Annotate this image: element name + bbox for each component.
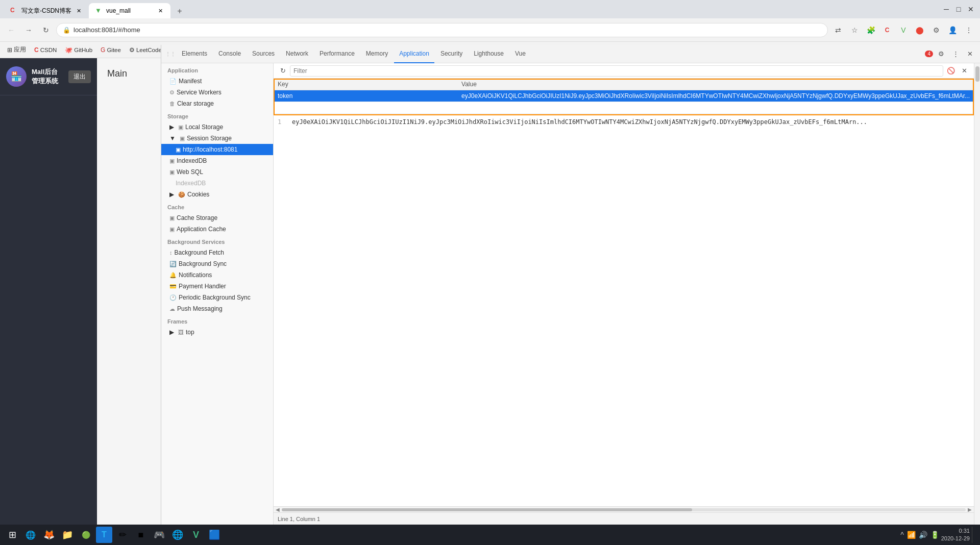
maximize-button[interactable]: □: [953, 4, 964, 14]
background-fetch-item[interactable]: ↕ Background Fetch: [161, 247, 273, 258]
devtools-tab-sources[interactable]: Sources: [247, 45, 280, 63]
taskbar-black-icon[interactable]: ■: [133, 527, 149, 543]
frames-top-label: top: [186, 329, 194, 336]
logout-button[interactable]: 退出: [68, 70, 91, 83]
devtools-tab-network[interactable]: Network: [281, 45, 313, 63]
horizontal-scrollbar[interactable]: ◀ ▶: [274, 506, 974, 512]
manifest-item[interactable]: 📄 Manifest: [161, 76, 273, 87]
bookmark-github[interactable]: 🐙 GitHub: [62, 45, 95, 55]
indexeddb-item[interactable]: ▣ IndexedDB: [161, 155, 273, 166]
session-storage-localhost-item[interactable]: ▣ http://localhost:8081: [161, 144, 273, 155]
scroll-left-arrow[interactable]: ◀: [276, 507, 280, 512]
clock-time: 0:31: [941, 527, 970, 535]
taskbar-pen-icon[interactable]: ✏: [114, 527, 131, 543]
csdn-label: CSDN: [40, 47, 57, 53]
devtools-status-bar: Line 1, Column 1: [274, 512, 974, 525]
frames-top-item[interactable]: ▶ 🖼 top: [161, 327, 273, 338]
reload-button[interactable]: ↻: [39, 23, 53, 37]
devtools-close-btn[interactable]: ✕: [964, 48, 976, 60]
taskbar-clock[interactable]: 0:31 2020-12-29: [941, 527, 970, 543]
taskbar-globe-icon[interactable]: 🌐: [169, 527, 186, 543]
leetcode-label: LeetCode: [136, 47, 162, 53]
translate-icon[interactable]: ⇄: [831, 23, 845, 37]
session-storage-label: Session Storage: [187, 135, 232, 142]
scroll-right-arrow[interactable]: ▶: [968, 507, 972, 512]
taskbar-text-icon[interactable]: T: [96, 527, 112, 543]
frames-top-icon: 🖼: [178, 329, 184, 335]
chrome-icon[interactable]: ⬤: [913, 23, 927, 37]
table-top-section: Key Value token eyJ0eXAiOiJKV1QiLCJhbGci…: [274, 79, 974, 114]
minimize-button[interactable]: ─: [941, 4, 951, 14]
avatar-icon[interactable]: 👤: [945, 23, 960, 37]
tray-sound-icon[interactable]: 🔊: [919, 531, 927, 539]
taskbar-green-icon[interactable]: 🟢: [78, 527, 94, 543]
cache-storage-item[interactable]: ▣ Cache Storage: [161, 212, 273, 224]
filter-clear-icon[interactable]: 🚫: [945, 65, 957, 77]
taskbar-corner[interactable]: [972, 527, 976, 543]
tab-vue-mall[interactable]: ▼ vue_mall ✕: [89, 3, 170, 18]
taskbar-fox-icon[interactable]: 🦊: [41, 527, 57, 543]
address-bar[interactable]: 🔒 localhost:8081/#/home: [56, 23, 828, 37]
bookmark-leetcode[interactable]: ⚙ LeetCode: [126, 45, 165, 55]
taskbar-blue-icon[interactable]: 🟦: [206, 527, 223, 543]
bookmark-gitee[interactable]: G Gitee: [97, 45, 124, 55]
devtools-tab-lighthouse[interactable]: Lighthouse: [469, 45, 509, 63]
devtools-tab-console[interactable]: Console: [213, 45, 246, 63]
start-button[interactable]: ⊞: [4, 527, 20, 543]
tray-battery-icon[interactable]: 🔋: [930, 531, 939, 539]
devtools-tab-application[interactable]: Application: [394, 45, 434, 63]
indexeddb-child-item[interactable]: IndexedDB: [161, 178, 273, 189]
application-cache-item[interactable]: ▣ Application Cache: [161, 224, 273, 235]
taskbar-game-icon[interactable]: 🎮: [151, 527, 167, 543]
devtools-drag-handle[interactable]: ⋮⋮: [165, 49, 176, 59]
csdn-ext-icon[interactable]: C: [880, 23, 894, 37]
tab-vue-close[interactable]: ✕: [156, 7, 164, 15]
notifications-item[interactable]: 🔔 Notifications: [161, 269, 273, 281]
session-storage-item[interactable]: ▼ ▣ Session Storage: [161, 133, 273, 144]
close-button[interactable]: ✕: [966, 4, 976, 14]
tab-csdn-close[interactable]: ✕: [75, 7, 83, 15]
devtools-tab-performance[interactable]: Performance: [314, 45, 360, 63]
vue-ext-icon[interactable]: V: [896, 23, 911, 37]
background-sync-item[interactable]: 🔄 Background Sync: [161, 258, 273, 269]
web-sql-item[interactable]: ▣ Web SQL: [161, 166, 273, 178]
bookmark-apps[interactable]: ⊞ 应用: [4, 45, 29, 55]
devtools-tab-memory[interactable]: Memory: [361, 45, 393, 63]
settings-icon[interactable]: ⚙: [929, 23, 943, 37]
bookmark-csdn[interactable]: C CSDN: [31, 45, 60, 55]
taskbar-v-icon[interactable]: V: [188, 527, 204, 543]
filter-input[interactable]: [290, 65, 943, 77]
service-workers-item[interactable]: ⚙ Service Workers: [161, 87, 273, 98]
devtools-more-btn[interactable]: ⋮: [949, 48, 962, 60]
cookies-label: Cookies: [187, 191, 209, 198]
extensions-icon[interactable]: 🧩: [864, 23, 878, 37]
devtools-settings-btn[interactable]: ⚙: [935, 48, 947, 60]
taskbar-folder-icon[interactable]: 📁: [59, 527, 76, 543]
tray-network-icon[interactable]: 📶: [907, 531, 916, 539]
clock-date: 2020-12-29: [941, 535, 970, 542]
tab-csdn[interactable]: C 写文章-CSDN博客 ✕: [4, 3, 89, 18]
table-row[interactable]: token eyJ0eXAiOiJKV1QiLCJhbGciOiJIUzI1Ni…: [274, 90, 974, 102]
clear-storage-item[interactable]: 🗑 Clear storage: [161, 98, 273, 109]
vertical-scrollbar[interactable]: [974, 63, 980, 545]
devtools-tab-vue[interactable]: Vue: [510, 45, 531, 63]
back-button[interactable]: ←: [4, 23, 18, 37]
tray-caret-icon[interactable]: ^: [900, 531, 904, 539]
menu-icon[interactable]: ⋮: [962, 23, 976, 37]
payment-handler-item[interactable]: 💳 Payment Handler: [161, 281, 273, 292]
refresh-button[interactable]: ↻: [278, 67, 288, 75]
star-icon[interactable]: ☆: [847, 23, 862, 37]
push-messaging-item[interactable]: ☁ Push Messaging: [161, 303, 273, 314]
vertical-scroll-thumb[interactable]: [975, 66, 979, 82]
filter-x-button[interactable]: ✕: [959, 65, 970, 77]
periodic-background-sync-item[interactable]: 🕐 Periodic Background Sync: [161, 292, 273, 303]
devtools-tab-elements[interactable]: Elements: [177, 45, 212, 63]
forward-button[interactable]: →: [21, 23, 36, 37]
cookies-item[interactable]: ▶ 🍪 Cookies: [161, 189, 273, 200]
local-storage-item[interactable]: ▶ ▣ Local Storage: [161, 121, 273, 133]
devtools-tab-security[interactable]: Security: [435, 45, 468, 63]
scroll-thumb[interactable]: [282, 508, 692, 511]
new-tab-button[interactable]: +: [173, 4, 187, 18]
taskbar-browser-icon[interactable]: 🌐: [22, 527, 39, 543]
periodic-background-sync-label: Periodic Background Sync: [179, 294, 251, 301]
